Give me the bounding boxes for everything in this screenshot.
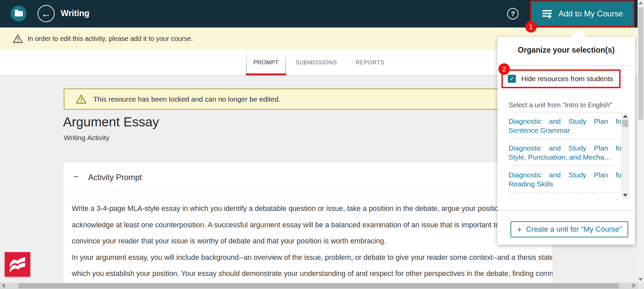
- app-window: ← Writing ? Add to My Course 1 In order …: [0, 0, 644, 289]
- help-icon: ?: [511, 10, 515, 18]
- activity-subtitle: Writing Activity: [64, 134, 109, 142]
- annotation-badge-2: 2: [498, 63, 510, 75]
- prompt-line: Write a 3-4-page MLA-style essay in whic…: [72, 200, 552, 217]
- prompt-line: which you establish your position. Your …: [72, 266, 552, 282]
- panel-title: Organize your selection(s): [497, 37, 635, 55]
- back-arrow-icon: ←: [41, 9, 51, 19]
- unit-link[interactable]: Diagnostic and Study Plan for Sentence G…: [508, 112, 624, 139]
- section-title: Activity Prompt: [88, 173, 142, 182]
- scroll-left-arrow[interactable]: [2, 283, 5, 288]
- unit-link[interactable]: Diagnostic and Study Plan for Style, Pun…: [508, 139, 624, 166]
- scroll-thumb[interactable]: [622, 120, 628, 127]
- unit-list-scrollbar[interactable]: [621, 113, 629, 198]
- activity-prompt-header: − Activity Prompt: [64, 163, 552, 192]
- prompt-line: convince your reader that your issue is …: [72, 233, 552, 249]
- warning-icon: [13, 34, 23, 43]
- folder-icon: [15, 11, 23, 16]
- notice-text: In order to edit this activity, please a…: [28, 35, 193, 43]
- divider: [497, 65, 635, 66]
- minus-icon: −: [73, 172, 78, 182]
- macmillan-book-icon: [8, 256, 26, 273]
- hide-resources-row[interactable]: ✓ Hide resources from students: [501, 69, 621, 88]
- macmillan-logo: [5, 252, 30, 277]
- add-button-label: Add to My Course: [558, 9, 623, 18]
- top-header: ← Writing ? Add to My Course: [0, 0, 644, 27]
- create-unit-label: Create a unit for "My Course": [526, 225, 622, 234]
- scroll-right-arrow[interactable]: [633, 283, 636, 288]
- activity-title: Argument Essay: [63, 115, 159, 129]
- warning-icon: [76, 94, 87, 104]
- check-icon: ✓: [509, 75, 514, 82]
- folder-button[interactable]: [11, 6, 26, 21]
- unit-list: Diagnostic and Study Plan for Sentence G…: [508, 112, 624, 199]
- page-title: Writing: [61, 8, 90, 18]
- create-unit-button[interactable]: + Create a unit for "My Course": [511, 221, 628, 237]
- unit-link[interactable]: Diagnostic and Study Plan for Reading Sk…: [508, 166, 624, 193]
- collapse-section-button[interactable]: −: [72, 173, 80, 181]
- hide-resources-checkbox[interactable]: ✓: [508, 75, 516, 83]
- scroll-thumb[interactable]: [638, 7, 643, 120]
- select-unit-label: Select a unit from "Intro to English": [508, 101, 612, 109]
- playlist-add-icon: [542, 9, 553, 18]
- panel-caret: [571, 29, 586, 37]
- tab-edge: [246, 50, 247, 75]
- locked-warning-box: This resource has been locked and can no…: [64, 89, 552, 110]
- horizontal-scrollbar[interactable]: [0, 283, 638, 289]
- help-button[interactable]: ?: [507, 8, 519, 19]
- unit-link[interactable]: Diagnostic and Study Plan for: [508, 193, 624, 199]
- scrollbar-corner: [638, 283, 644, 289]
- plus-icon: +: [517, 225, 522, 234]
- add-to-my-course-button[interactable]: Add to My Course: [530, 1, 634, 27]
- divider: [497, 210, 635, 211]
- scroll-thumb[interactable]: [18, 283, 619, 288]
- annotation-badge-1: 1: [525, 21, 537, 33]
- prompt-line: acknowledge at least one counterposition…: [72, 217, 552, 233]
- hide-resources-label: Hide resources from students: [521, 75, 613, 83]
- scroll-down-arrow[interactable]: [621, 192, 629, 198]
- activity-prompt-card: − Activity Prompt Write a 3-4-page MLA-s…: [64, 163, 552, 289]
- prompt-line: In your argument essay, you will include…: [72, 249, 552, 266]
- active-tab-underline: [246, 73, 286, 75]
- prompt-body: Write a 3-4-page MLA-style essay in whic…: [64, 192, 552, 282]
- back-button[interactable]: ←: [38, 5, 55, 22]
- scroll-up-arrow[interactable]: [621, 113, 629, 119]
- scroll-down-arrow[interactable]: [638, 278, 643, 281]
- scroll-up-arrow[interactable]: [638, 1, 643, 4]
- vertical-scrollbar[interactable]: [638, 0, 644, 289]
- tab-reports[interactable]: REPORTS: [346, 50, 394, 75]
- locked-warning-text: This resource has been locked and can no…: [93, 95, 280, 103]
- tab-submissions[interactable]: SUBMISSIONS: [286, 50, 346, 75]
- tab-prompt[interactable]: PROMPT: [246, 50, 286, 75]
- organize-panel: Organize your selection(s) ✓ Hide resour…: [497, 37, 635, 245]
